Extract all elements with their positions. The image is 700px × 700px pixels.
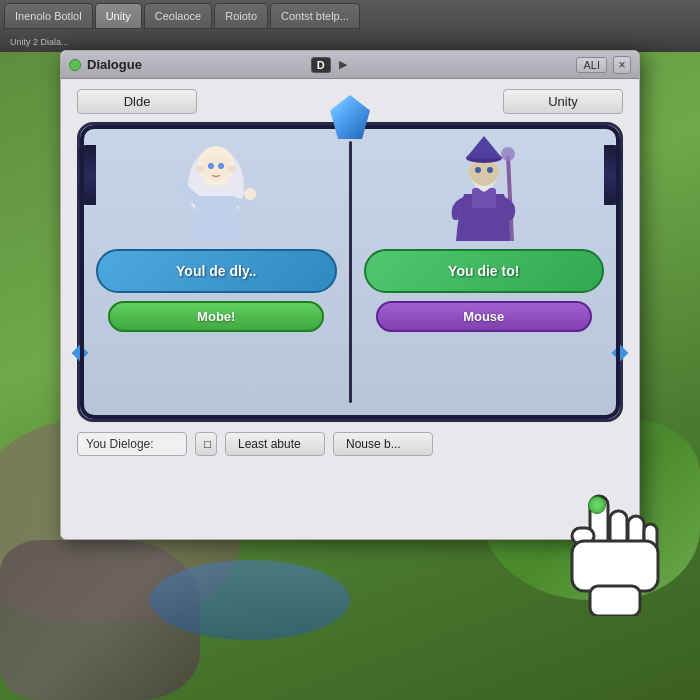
wizard-portrait — [439, 141, 529, 241]
character-left: Youl de dly.. Mobe! — [96, 141, 337, 403]
speech-bubble-left: Youl de dly.. — [96, 249, 337, 293]
action-button-left[interactable]: Mobe! — [108, 301, 324, 332]
svg-point-4 — [218, 163, 224, 169]
gem-shape — [330, 95, 370, 139]
svg-point-10 — [475, 167, 481, 173]
dialog-title: Dialogue — [87, 57, 305, 72]
play-icon[interactable]: ▶ — [339, 58, 347, 71]
action-button-right[interactable]: Mouse — [376, 301, 592, 332]
close-button[interactable]: × — [613, 56, 631, 74]
dialogue-frame: Youl de dly.. Mobe! — [77, 122, 623, 422]
diamond-right — [612, 345, 629, 362]
tab-contst[interactable]: Contst btelp... — [270, 3, 360, 29]
svg-point-3 — [208, 163, 214, 169]
bottom-small-button[interactable]: □ — [195, 432, 217, 456]
river — [150, 560, 350, 640]
svg-point-2 — [202, 154, 230, 182]
frame-scroll-right — [604, 145, 622, 205]
tab-inenolo[interactable]: Inenolo Botlol — [4, 3, 93, 29]
char-left-button[interactable]: Dlde — [77, 89, 197, 114]
topbar: Inenolo Botlol Unity Ceolaoce Roioto Con… — [0, 0, 700, 32]
svg-point-15 — [501, 147, 515, 161]
wizard-svg — [444, 136, 524, 246]
dialog-titlebar: Dialogue D ▶ ALI × — [61, 51, 639, 79]
frame-scroll-left — [78, 145, 96, 205]
diamond-left — [72, 345, 89, 362]
bottom-panel: You Dieloge: □ Least abute Nouse b... — [61, 422, 639, 466]
elf-portrait — [171, 141, 261, 241]
dialog-window: Dialogue D ▶ ALI × Dlde Unity — [60, 50, 640, 540]
svg-point-7 — [244, 188, 256, 200]
all-button[interactable]: ALI — [576, 57, 607, 73]
speech-bubble-right: You die to! — [364, 249, 605, 293]
bottom-mid-button[interactable]: Least abute — [225, 432, 325, 456]
bottom-label: You Dieloge: — [77, 432, 187, 456]
character-right: You die to! Mouse — [364, 141, 605, 403]
second-bar-item: Unity 2 Diala... — [4, 36, 75, 48]
gem-decoration — [330, 95, 370, 139]
second-topbar: Unity 2 Diala... — [0, 32, 700, 52]
svg-marker-13 — [466, 136, 502, 158]
titlebar-dot — [69, 59, 81, 71]
d-badge: D — [311, 57, 331, 73]
svg-point-11 — [487, 167, 493, 173]
tab-ceolaoce[interactable]: Ceolaoce — [144, 3, 212, 29]
characters-area: Youl de dly.. Mobe! — [96, 141, 604, 403]
tab-roioto[interactable]: Roioto — [214, 3, 268, 29]
frame-divider — [349, 141, 352, 403]
bottom-right-button[interactable]: Nouse b... — [333, 432, 433, 456]
elf-svg — [176, 136, 256, 246]
char-right-button[interactable]: Unity — [503, 89, 623, 114]
tab-unity[interactable]: Unity — [95, 3, 142, 29]
